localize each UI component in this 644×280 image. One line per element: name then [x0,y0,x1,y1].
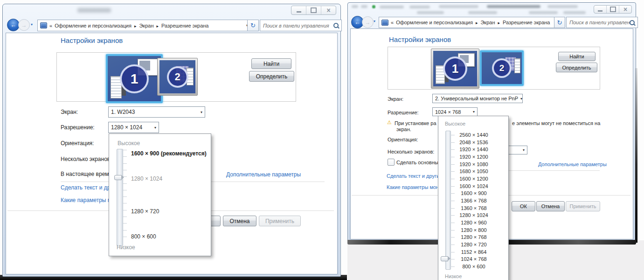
resolution-slider-handle[interactable] [114,175,122,180]
blurred-content [563,11,586,14]
forward-button[interactable]: → [362,16,374,28]
window-controls: × [594,5,632,14]
monitor-1-thumbnail[interactable]: 1 [431,49,479,89]
find-button[interactable]: Найти [558,52,596,61]
breadcrumb-item[interactable]: Оформление и персонализация [55,23,139,28]
minimize-icon [598,10,602,12]
resolution-option[interactable]: 1920 × 1200 [456,154,492,161]
resolution-option[interactable]: 1920 × 1080 [456,161,492,168]
resolution-option[interactable]: 1680 × 1050 [456,168,492,175]
screen-select[interactable]: 2. Универсальный монитор не PnP ▾ [432,94,523,103]
breadcrumb-item[interactable]: Экран [139,23,161,28]
address-bar[interactable]: « Оформление и персонализацияЭкранРазреш… [379,17,558,28]
refresh-icon: ↻ [557,19,562,26]
right-window: × ← → ▾ « Оформление и персонализацияЭкр… [347,2,636,241]
back-icon: ← [354,19,360,26]
screen-select[interactable]: 1. W2043 ▾ [108,106,205,118]
resolution-select[interactable]: 1024 × 768 ▾ [432,107,478,116]
resolution-select-value: 1024 × 768 [435,109,461,115]
monitor-1-screen: 1 [433,51,477,86]
resolution-option[interactable]: 1600 × 1024 [456,183,492,190]
search-box[interactable]: Поиск в панели управления [260,20,342,31]
nav-history-dropdown-icon[interactable]: ▾ [31,22,33,27]
resolution-option[interactable]: 1280 × 768 [456,234,492,241]
resolution-option[interactable]: 1600 × 900 (рекомендуется) [131,150,207,157]
screen-select-value: 1. W2043 [111,109,135,115]
minimize-button[interactable] [291,6,306,14]
chevron-down-icon: ▾ [471,110,475,114]
resolution-option[interactable]: 1280 × 720 [456,241,492,249]
breadcrumb-item[interactable]: Разрешение экрана [503,20,550,25]
resolution-option[interactable]: 2048 × 1536 [456,139,492,147]
refresh-button[interactable]: ↻ [247,20,259,31]
minimize-button[interactable] [594,6,606,13]
forward-button[interactable]: → [18,19,30,31]
monitor-2-number-badge: 2 [167,66,188,88]
resolution-option[interactable]: 1920 × 1440 [456,146,492,154]
monitor-1-thumbnail[interactable]: 1 [106,54,163,103]
control-panel-icon [40,22,47,28]
monitor-1-screen: 1 [108,56,161,101]
resolution-option[interactable]: 1360 × 768 [456,205,492,212]
resolution-option[interactable]: 1600 × 900 [456,190,492,197]
make-text-larger-link[interactable]: Сделать текст и другие [387,173,442,179]
ok-button[interactable]: ОК [512,201,535,211]
monitor-1-number-badge: 1 [443,56,467,81]
resolution-option[interactable]: 800 × 600 [131,233,156,240]
resolution-option[interactable]: 1366 × 768 [456,197,492,205]
resolution-slider-handle[interactable] [441,256,448,261]
apply-button[interactable]: Применить [566,201,600,211]
make-primary-checkbox[interactable] [388,159,395,166]
resolution-option[interactable]: 1152 × 864 [456,249,492,256]
forward-icon: → [21,22,27,28]
what-display-settings-link[interactable]: Какие параметры мон [387,184,439,190]
list-thumbnail [514,58,520,73]
blurred-content [352,5,358,8]
monitor-2-thumbnail[interactable]: 2 [480,50,524,86]
monitor-2-thumbnail[interactable]: 2 [157,58,198,96]
resolution-select[interactable]: 1280 × 1024 ▾ [108,122,159,133]
address-bar[interactable]: « Оформление и персонализацияЭкранРазреш… [37,20,251,31]
resolution-option[interactable]: 1280 × 1024 [131,175,162,182]
blurred-content [409,6,430,8]
resolution-option[interactable]: 1024 × 768 [456,256,492,263]
back-button[interactable]: ← [7,19,20,31]
cancel-button[interactable]: Отмена [223,216,256,226]
breadcrumb-item[interactable]: Разрешение экрана [161,23,208,28]
close-button[interactable]: × [619,6,631,13]
maximize-button[interactable] [606,6,619,13]
cancel-button[interactable]: Отмена [536,201,565,211]
advanced-settings-link[interactable]: Дополнительные параметры [538,161,607,167]
resolution-dropdown-panel: Высокое 1600 × 900 (рекомендуется)1280 ×… [109,133,211,256]
close-button[interactable]: × [321,6,336,14]
search-box[interactable]: Поиск в панели управления [566,17,638,28]
maximize-icon [610,7,616,12]
apply-button[interactable]: Применить [259,216,301,226]
identify-button[interactable]: Определить [249,71,294,82]
breadcrumb-overflow-chevron[interactable]: « [391,20,394,25]
window-controls: × [291,6,336,15]
resolution-option[interactable]: 1600 × 1200 [456,175,492,183]
resolution-slider-track[interactable] [445,131,451,270]
breadcrumb: Оформление и персонализацияЭкранРазрешен… [55,23,208,28]
resolution-option[interactable]: 1280 × 720 [131,208,159,215]
resolution-options-list: 2560 × 14402048 × 15361920 × 14401920 × … [456,132,492,271]
breadcrumb-overflow-chevron[interactable]: « [49,23,52,28]
resolution-option[interactable]: 1280 × 960 [456,219,492,227]
warning-icon: ⚠ [387,119,392,126]
breadcrumb-item[interactable]: Экран [480,20,503,25]
chevron-down-icon: ▾ [520,148,525,152]
resolution-option[interactable]: 1280 × 800 [456,227,492,234]
resolution-dropdown-panel: Высокое 2560 × 14402048 × 15361920 × 144… [438,116,509,280]
nav-history-dropdown-icon[interactable]: ▾ [374,19,375,23]
refresh-button[interactable]: ↻ [554,17,565,28]
find-button[interactable]: Найти [251,58,291,69]
resolution-option[interactable]: 2560 × 1440 [456,132,492,139]
breadcrumb-item[interactable]: Оформление и персонализация [396,20,480,25]
low-end-label: Низкое [445,273,462,279]
resolution-option[interactable]: 800 × 600 [456,263,492,271]
resolution-option[interactable]: 1280 × 1024 [456,212,492,219]
identify-button[interactable]: Определить [556,63,597,72]
maximize-button[interactable] [306,6,321,14]
advanced-settings-link[interactable]: Дополнительные параметры [226,171,301,178]
